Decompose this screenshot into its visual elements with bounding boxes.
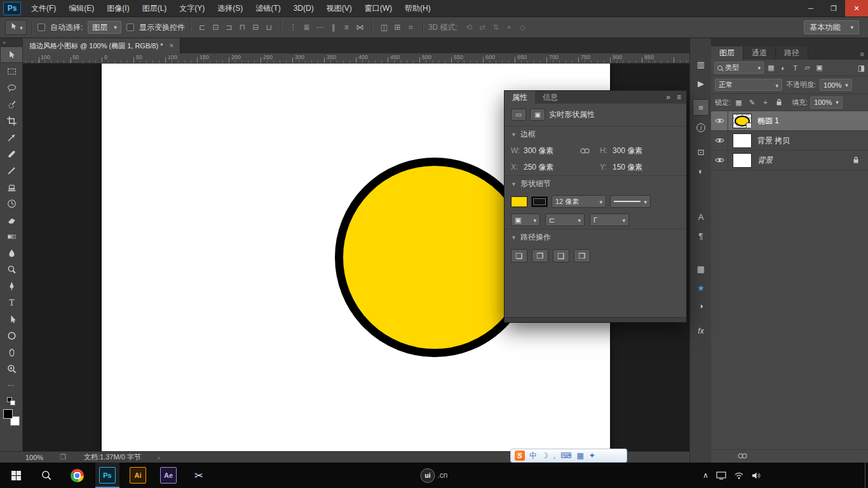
stroke-width-dropdown[interactable]: 12 像素: [552, 195, 606, 208]
panel-menu-icon[interactable]: ≡: [677, 93, 681, 102]
tab-channels[interactable]: 通道: [743, 46, 776, 60]
align-top-edges-icon[interactable]: ⊓: [236, 21, 249, 34]
quick-selection-tool[interactable]: [0, 96, 23, 112]
stroke-align-dropdown[interactable]: ▣: [511, 214, 540, 226]
info-panel-icon[interactable]: i: [693, 119, 709, 136]
show-desktop-button[interactable]: [865, 463, 868, 488]
zoom-level-field[interactable]: 100%: [25, 454, 43, 461]
tool-preset-button[interactable]: [5, 20, 27, 35]
3d-rotate-icon[interactable]: ⟲: [463, 21, 476, 34]
layer-thumbnail[interactable]: [733, 133, 752, 148]
menu-file[interactable]: 文件(F): [25, 0, 62, 17]
hand-tool[interactable]: [0, 344, 23, 360]
menu-3d[interactable]: 3D(D): [287, 0, 320, 17]
character-panel-icon[interactable]: A: [693, 208, 709, 225]
gradient-tool[interactable]: [0, 228, 23, 245]
document-size-info[interactable]: 文档:1.37M/0 字节: [84, 452, 141, 462]
distribute-widths-icon[interactable]: ◫: [377, 21, 391, 34]
x-field[interactable]: 250 像素: [524, 162, 569, 173]
history-brush-tool[interactable]: [0, 195, 23, 212]
paragraph-panel-icon[interactable]: ¶: [693, 227, 709, 244]
menu-help[interactable]: 帮助(H): [398, 0, 437, 17]
restore-button[interactable]: ❐: [822, 0, 845, 17]
menu-select[interactable]: 选择(S): [211, 0, 249, 17]
tab-info[interactable]: 信息: [535, 91, 566, 104]
volume-icon[interactable]: [752, 471, 761, 480]
masks-icon[interactable]: ▣: [530, 109, 545, 121]
document-tab[interactable]: 描边风格小图标 @ 100% (椭圆 1, RGB/8) * ×: [23, 38, 180, 53]
brush-tool[interactable]: [0, 162, 23, 179]
show-transform-checkbox[interactable]: [126, 24, 134, 31]
toolbar-collapse-icon[interactable]: [0, 38, 22, 46]
tab-paths[interactable]: 路径: [776, 46, 808, 60]
align-to-selection-icon[interactable]: ⌗: [404, 21, 417, 34]
dodge-tool[interactable]: [0, 261, 23, 278]
clone-source-panel-icon[interactable]: ⊡: [693, 144, 709, 160]
panel-menu-icon[interactable]: ≡: [860, 50, 868, 60]
layer-thumbnail[interactable]: [733, 153, 752, 168]
adjustments-panel-icon[interactable]: ◐: [693, 163, 709, 179]
taskbar-after-effects-button[interactable]: Ae: [156, 463, 180, 488]
3d-slide-icon[interactable]: ⌖: [503, 21, 516, 34]
layer-visibility-eye-icon[interactable]: [711, 111, 728, 130]
menu-view[interactable]: 视图(V): [320, 0, 358, 17]
distribute-hcenter-icon[interactable]: ≡: [340, 21, 353, 34]
layer-row-background-copy[interactable]: 背景 拷贝: [711, 131, 868, 151]
workspace-switcher[interactable]: 基本功能: [804, 20, 859, 34]
ime-emoji-icon[interactable]: ▦: [576, 452, 583, 459]
spot-healing-brush-tool[interactable]: [0, 146, 23, 162]
align-bottom-edges-icon[interactable]: ⊔: [262, 21, 276, 34]
layer-visibility-eye-icon[interactable]: [711, 151, 728, 170]
opacity-dropdown[interactable]: 100%: [820, 79, 852, 91]
taskbar-chrome-button[interactable]: [65, 463, 89, 488]
section-shape-details[interactable]: ▼形状细节: [505, 175, 686, 192]
zoom-tool[interactable]: [0, 360, 23, 377]
height-field[interactable]: 300 像素: [613, 146, 658, 156]
link-width-height-icon[interactable]: [569, 147, 600, 154]
clone-stamp-tool[interactable]: [0, 179, 23, 195]
stroke-corner-dropdown[interactable]: Γ: [590, 214, 629, 226]
3d-scale-icon[interactable]: ◇: [516, 21, 529, 34]
actions-panel-icon[interactable]: ▶: [693, 75, 709, 92]
type-tool[interactable]: T: [0, 294, 23, 311]
link-layers-icon[interactable]: [737, 452, 748, 459]
blur-tool[interactable]: [0, 245, 23, 261]
wifi-icon[interactable]: [734, 471, 744, 480]
rectangular-marquee-tool[interactable]: [0, 63, 23, 79]
blend-mode-dropdown[interactable]: 正常: [715, 79, 782, 91]
panel-resize-handle[interactable]: [505, 317, 686, 322]
lasso-tool[interactable]: [0, 79, 23, 96]
layer-row-background[interactable]: 背景: [711, 151, 868, 170]
taskbar-search-button[interactable]: [34, 463, 58, 488]
histogram-panel-icon[interactable]: ▥: [693, 56, 709, 72]
eyedropper-tool[interactable]: [0, 129, 23, 146]
tray-expand-icon[interactable]: ∧: [703, 471, 709, 480]
kuler-panel-icon[interactable]: ◑: [693, 297, 709, 314]
ellipse-tool[interactable]: [0, 327, 23, 344]
swatches-panel-icon[interactable]: ▦: [693, 261, 709, 277]
lock-pixels-icon[interactable]: ✎: [747, 97, 757, 108]
subtract-front-shape-icon[interactable]: ❐: [532, 249, 548, 262]
tab-layers[interactable]: 图层: [711, 46, 743, 60]
flick-panel-icon[interactable]: ❐: [60, 453, 66, 461]
taskbar-snipping-tool-button[interactable]: ✂: [187, 463, 211, 488]
layer-visibility-eye-icon[interactable]: [711, 131, 728, 150]
ui-cn-logo[interactable]: ui: [420, 468, 435, 483]
path-selection-tool[interactable]: [0, 311, 23, 327]
filter-switch-icon[interactable]: ◨: [858, 64, 865, 72]
eraser-tool[interactable]: [0, 212, 23, 228]
distribute-vcenter-icon[interactable]: ≣: [300, 21, 313, 34]
collapse-panel-icon[interactable]: »: [666, 93, 670, 102]
distribute-left-icon[interactable]: ∥: [327, 21, 340, 34]
properties-panel-icon[interactable]: ≡: [693, 99, 709, 116]
taskbar-photoshop-button[interactable]: Ps: [95, 463, 119, 488]
lock-transparency-icon[interactable]: ▦: [733, 97, 744, 108]
align-horizontal-centers-icon[interactable]: ⊡: [209, 21, 222, 34]
filter-pixel-layers-icon[interactable]: ▦: [765, 62, 777, 74]
properties-panel-titlebar[interactable]: 属性 信息 »≡: [505, 91, 686, 104]
foreground-color-swatch[interactable]: [3, 409, 13, 419]
status-expand-icon[interactable]: ›: [158, 454, 160, 461]
sogou-logo-icon[interactable]: S: [515, 451, 525, 461]
horizontal-ruler[interactable]: 1005005010015020025030035040045050055060…: [23, 53, 689, 64]
distribute-bottom-icon[interactable]: ⋯: [313, 21, 327, 34]
